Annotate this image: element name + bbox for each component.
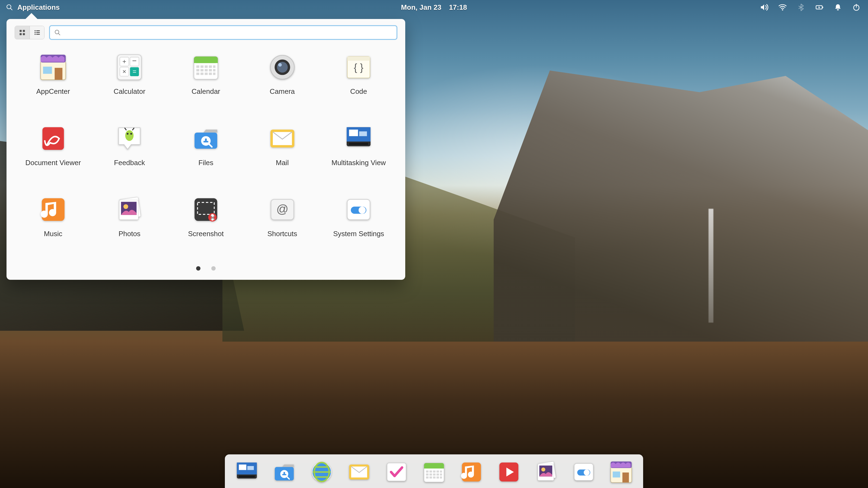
dock-files[interactable] bbox=[271, 459, 298, 485]
search-icon bbox=[5, 3, 14, 12]
dock-appcenter[interactable] bbox=[608, 459, 634, 485]
applications-grid: AppCenter Calculator Calendar Camera Cod… bbox=[6, 44, 405, 261]
power-icon[interactable] bbox=[852, 3, 861, 12]
applications-popover: AppCenter Calculator Calendar Camera Cod… bbox=[6, 19, 405, 280]
app-label: Files bbox=[198, 159, 214, 167]
calendar-icon bbox=[191, 52, 221, 83]
dock-videos[interactable] bbox=[496, 459, 522, 485]
files-icon bbox=[191, 123, 221, 154]
app-label: Code bbox=[350, 87, 367, 96]
app-label: Shortcuts bbox=[268, 230, 297, 238]
grid-view-button[interactable] bbox=[15, 26, 30, 39]
app-code[interactable]: Code bbox=[322, 50, 396, 116]
dock-system-settings[interactable] bbox=[570, 459, 597, 485]
app-document-viewer[interactable]: Document Viewer bbox=[16, 121, 90, 188]
shortcuts-icon bbox=[267, 194, 298, 225]
page-indicator bbox=[6, 261, 405, 280]
dock-multitasking-view[interactable] bbox=[234, 459, 260, 485]
dock-calendar[interactable] bbox=[421, 459, 447, 485]
app-shortcuts[interactable]: Shortcuts bbox=[246, 192, 319, 259]
dock-photos[interactable] bbox=[533, 459, 560, 485]
search-input[interactable] bbox=[50, 26, 397, 40]
app-multitasking-view[interactable]: Multitasking View bbox=[322, 121, 396, 188]
app-calculator[interactable]: Calculator bbox=[93, 50, 166, 116]
appcenter-icon bbox=[38, 52, 68, 83]
app-label: Music bbox=[44, 230, 62, 238]
app-mail[interactable]: Mail bbox=[246, 121, 319, 188]
app-label: Document Viewer bbox=[25, 159, 81, 167]
feedback-icon bbox=[114, 123, 145, 154]
app-system-settings[interactable]: System Settings bbox=[322, 192, 396, 259]
dock-tasks[interactable] bbox=[383, 459, 410, 485]
desktop-wallpaper: Applications Mon, Jan 23 17:18 bbox=[0, 0, 868, 488]
list-view-button[interactable] bbox=[30, 26, 44, 39]
app-files[interactable]: Files bbox=[169, 121, 243, 188]
notifications-icon[interactable] bbox=[833, 3, 842, 12]
app-calendar[interactable]: Calendar bbox=[169, 50, 243, 116]
app-label: Multitasking View bbox=[332, 159, 386, 167]
view-mode-toggle bbox=[14, 26, 44, 39]
volume-icon[interactable] bbox=[760, 3, 769, 12]
app-appcenter[interactable]: AppCenter bbox=[16, 50, 90, 116]
app-photos[interactable]: Photos bbox=[93, 192, 166, 259]
app-label: AppCenter bbox=[36, 87, 70, 96]
app-label: System Settings bbox=[333, 230, 384, 238]
mail-icon bbox=[267, 123, 298, 154]
clock-button[interactable]: Mon, Jan 23 17:18 bbox=[401, 3, 467, 12]
app-camera[interactable]: Camera bbox=[246, 50, 319, 116]
battery-charging-icon[interactable] bbox=[815, 3, 824, 12]
app-label: Mail bbox=[276, 159, 289, 167]
app-label: Photos bbox=[119, 230, 141, 238]
dock-mail[interactable] bbox=[346, 459, 372, 485]
search-icon bbox=[54, 29, 61, 36]
page-dot-2[interactable] bbox=[211, 266, 216, 270]
dock bbox=[225, 454, 643, 488]
music-icon bbox=[38, 194, 68, 225]
panel-time: 17:18 bbox=[449, 3, 467, 12]
screenshot-icon bbox=[191, 194, 221, 225]
applications-label: Applications bbox=[18, 3, 60, 12]
wifi-icon[interactable] bbox=[778, 3, 787, 12]
bluetooth-off-icon[interactable] bbox=[796, 3, 806, 12]
app-screenshot[interactable]: Screenshot bbox=[169, 192, 243, 259]
multitasking-view-icon bbox=[343, 123, 374, 154]
app-label: Screenshot bbox=[188, 230, 224, 238]
app-label: Camera bbox=[270, 87, 294, 96]
applications-menu-button[interactable]: Applications bbox=[0, 3, 60, 12]
document-viewer-icon bbox=[38, 123, 68, 154]
camera-icon bbox=[267, 52, 298, 83]
app-feedback[interactable]: Feedback bbox=[93, 121, 166, 188]
app-label: Calculator bbox=[114, 87, 145, 96]
app-label: Feedback bbox=[114, 159, 145, 167]
app-label: Calendar bbox=[191, 87, 220, 96]
calculator-icon bbox=[114, 52, 145, 83]
panel-date: Mon, Jan 23 bbox=[401, 3, 441, 12]
top-panel: Applications Mon, Jan 23 17:18 bbox=[0, 0, 868, 14]
dock-music[interactable] bbox=[458, 459, 485, 485]
system-settings-icon bbox=[343, 194, 374, 225]
dock-web[interactable] bbox=[308, 459, 335, 485]
code-icon bbox=[343, 52, 374, 83]
app-music[interactable]: Music bbox=[16, 192, 90, 259]
page-dot-1[interactable] bbox=[196, 266, 200, 270]
photos-icon bbox=[114, 194, 145, 225]
